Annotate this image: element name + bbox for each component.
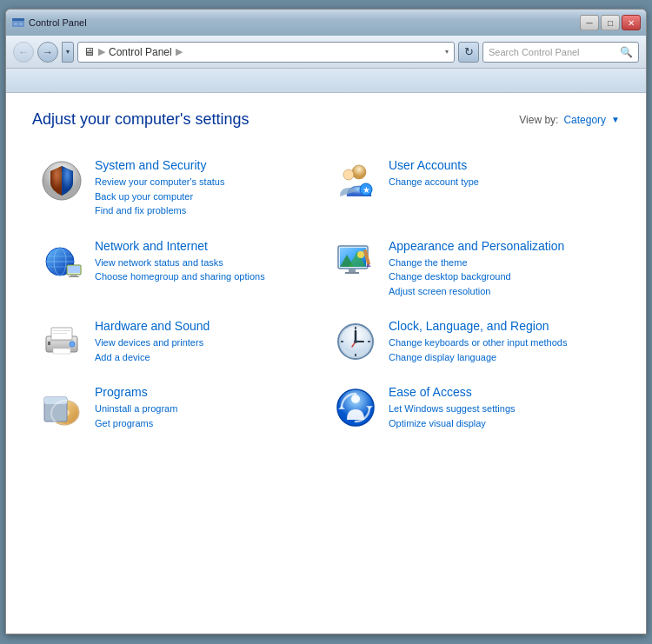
user-accounts-icon: ★ (333, 158, 378, 203)
forward-button[interactable]: → (37, 42, 58, 63)
view-by-arrow[interactable]: ▼ (611, 115, 620, 124)
svg-rect-3 (19, 23, 23, 25)
network-internet-content: Network and InternetView network status … (95, 239, 319, 284)
programs-link-1[interactable]: Get programs (95, 416, 319, 431)
appearance-personalization-link-1[interactable]: Change desktop background (389, 269, 613, 284)
address-bar[interactable]: 🖥 ▶ Control Panel ▶ ▾ (77, 42, 455, 63)
category-ease-of-access: Ease of AccessLet Windows suggest settin… (326, 376, 620, 439)
appearance-personalization-link-2[interactable]: Adjust screen resolution (389, 284, 613, 299)
user-accounts-link-0[interactable]: Change account type (389, 175, 613, 189)
hardware-sound-link-0[interactable]: View devices and printers (95, 335, 319, 350)
title-text: Control Panel (29, 17, 87, 28)
nav-bar: ← → ▾ 🖥 ▶ Control Panel ▶ ▾ ↻ Search Con… (6, 36, 646, 69)
svg-rect-24 (345, 272, 359, 274)
category-appearance-personalization: Appearance and PersonalizationChange the… (326, 230, 620, 308)
programs-content: ProgramsUninstall a programGet programs (95, 385, 319, 430)
clock-language-content: Clock, Language, and RegionChange keyboa… (389, 319, 613, 364)
clock-language-title[interactable]: Clock, Language, and Region (389, 319, 613, 333)
hardware-sound-icon (39, 319, 84, 364)
title-bar-left: Control Panel (11, 16, 87, 30)
main-window: Control Panel ─ □ ✕ ← → ▾ 🖥 ▶ Control Pa… (5, 9, 647, 634)
hardware-sound-content: Hardware and SoundView devices and print… (95, 319, 319, 364)
window-icon (11, 16, 25, 30)
address-path: Control Panel (109, 46, 172, 58)
clock-language-link-0[interactable]: Change keyboards or other input methods (389, 335, 613, 350)
svg-rect-1 (12, 18, 24, 21)
maximize-button[interactable]: □ (601, 15, 620, 30)
svg-rect-15 (68, 266, 80, 273)
clock-language-link-1[interactable]: Change display language (389, 350, 613, 365)
svg-rect-2 (14, 23, 17, 25)
appearance-personalization-title[interactable]: Appearance and Personalization (389, 239, 613, 253)
programs-link-0[interactable]: Uninstall a program (95, 402, 319, 416)
categories-grid: System and SecurityReview your computer'… (32, 149, 620, 439)
appearance-personalization-link-0[interactable]: Change the theme (389, 256, 613, 270)
category-hardware-sound: Hardware and SoundView devices and print… (32, 310, 326, 373)
svg-point-22 (357, 251, 364, 258)
system-security-link-0[interactable]: Review your computer's status (95, 175, 319, 189)
svg-rect-23 (349, 269, 356, 272)
title-bar-controls: ─ □ ✕ (580, 15, 641, 30)
appearance-personalization-icon (333, 239, 378, 284)
svg-rect-32 (53, 349, 70, 354)
svg-rect-16 (70, 275, 77, 276)
system-security-link-2[interactable]: Find and fix problems (95, 203, 319, 218)
ease-of-access-title[interactable]: Ease of Access (389, 385, 613, 399)
nav-dropdown-button[interactable]: ▾ (62, 42, 74, 63)
category-user-accounts: ★ User AccountsChange account type (326, 149, 620, 227)
network-internet-title[interactable]: Network and Internet (95, 239, 319, 253)
svg-rect-31 (53, 333, 67, 334)
svg-rect-34 (48, 342, 50, 345)
content-area: Adjust your computer's settings View by:… (6, 93, 646, 634)
category-system-security: System and SecurityReview your computer'… (32, 149, 326, 227)
category-network-internet: Network and InternetView network status … (32, 230, 326, 308)
svg-point-51 (351, 395, 360, 403)
back-button[interactable]: ← (13, 42, 34, 63)
refresh-button[interactable]: ↻ (458, 42, 479, 63)
svg-rect-30 (53, 330, 70, 331)
hardware-sound-link-1[interactable]: Add a device (95, 350, 319, 365)
system-security-title[interactable]: System and Security (95, 158, 319, 172)
appearance-personalization-content: Appearance and PersonalizationChange the… (389, 239, 613, 299)
toolbar (6, 69, 646, 93)
network-internet-link-0[interactable]: View network status and tasks (95, 256, 319, 270)
user-accounts-title[interactable]: User Accounts (389, 158, 613, 172)
address-separator: ▶ (98, 46, 105, 57)
svg-point-44 (354, 340, 357, 343)
address-icon: 🖥 (83, 45, 95, 58)
svg-point-6 (343, 169, 354, 180)
view-by-label: View by: (519, 114, 558, 126)
ease-of-access-link-1[interactable]: Optimize visual display (389, 416, 613, 431)
address-separator-2: ▶ (176, 46, 183, 57)
view-by-value[interactable]: Category (563, 114, 606, 126)
search-placeholder: Search Control Panel (489, 47, 616, 57)
svg-point-33 (70, 342, 75, 347)
network-internet-link-1[interactable]: Choose homegroup and sharing options (95, 269, 319, 284)
ease-of-access-content: Ease of AccessLet Windows suggest settin… (389, 385, 613, 430)
ease-of-access-link-0[interactable]: Let Windows suggest settings (389, 402, 613, 416)
svg-point-5 (352, 165, 366, 179)
clock-language-icon (333, 319, 378, 364)
system-security-content: System and SecurityReview your computer'… (95, 158, 319, 218)
category-clock-language: Clock, Language, and RegionChange keyboa… (326, 310, 620, 373)
view-by-control: View by: Category ▼ (519, 114, 620, 126)
programs-icon (39, 385, 84, 430)
minimize-button[interactable]: ─ (580, 15, 599, 30)
page-title: Adjust your computer's settings (32, 110, 249, 129)
svg-text:★: ★ (363, 185, 370, 195)
address-dropdown-arrow[interactable]: ▾ (445, 48, 449, 56)
close-button[interactable]: ✕ (622, 15, 641, 30)
category-programs: ProgramsUninstall a programGet programs (32, 376, 326, 439)
search-icon: 🔍 (620, 46, 633, 58)
system-security-link-1[interactable]: Back up your computer (95, 189, 319, 204)
hardware-sound-title[interactable]: Hardware and Sound (95, 319, 319, 333)
svg-rect-17 (69, 276, 79, 277)
programs-title[interactable]: Programs (95, 385, 319, 399)
system-security-icon (39, 158, 84, 203)
title-bar: Control Panel ─ □ ✕ (6, 10, 646, 36)
content-header: Adjust your computer's settings View by:… (32, 110, 620, 129)
search-box[interactable]: Search Control Panel 🔍 (482, 42, 639, 63)
network-internet-icon (39, 239, 84, 284)
user-accounts-content: User AccountsChange account type (389, 158, 613, 189)
ease-of-access-icon (333, 385, 378, 430)
